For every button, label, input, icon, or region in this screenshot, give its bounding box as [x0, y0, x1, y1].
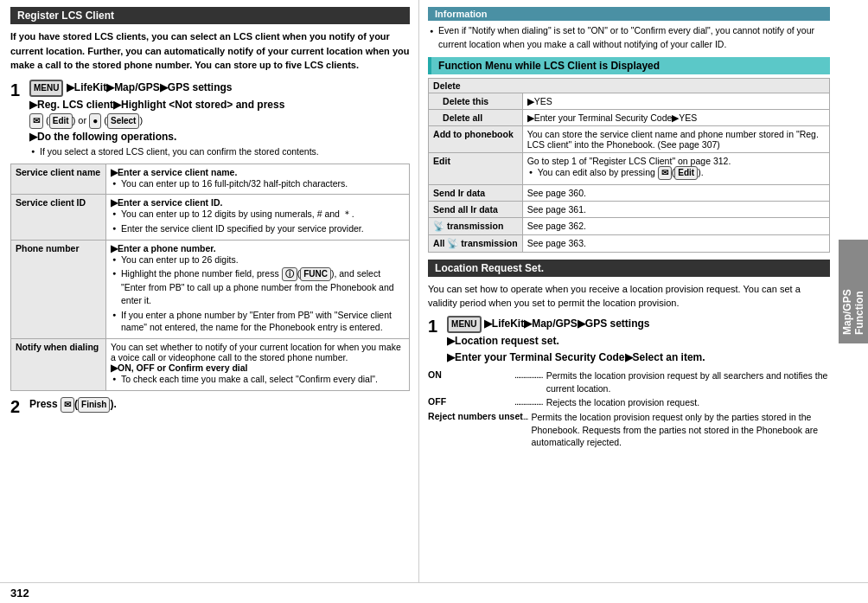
- send-all-ir-row: Send all Ir data See page 361.: [429, 201, 830, 217]
- add-phonebook-row: Add to phonebook You can store the servi…: [429, 125, 830, 152]
- intro-text: If you have stored LCS clients, you can …: [10, 29, 410, 73]
- delete-header-row: Delete: [429, 78, 830, 93]
- phone-number-value: ▶Enter a phone number. You can enter up …: [106, 240, 410, 338]
- information-title: Information: [435, 9, 488, 19]
- edit-btn: Edit: [674, 166, 698, 180]
- select-button: Select: [107, 113, 139, 129]
- step-2-row: 2 Press ✉(Finish).: [10, 396, 410, 417]
- table-row-phone-number: Phone number ▶Enter a phone number. You …: [11, 240, 410, 338]
- add-phonebook-label: Add to phonebook: [429, 125, 523, 152]
- notify-value: You can set whether to notify of your cu…: [106, 339, 410, 391]
- step-2-number: 2: [10, 396, 24, 417]
- func-button: ⓘ: [282, 267, 297, 281]
- location-step-1-number: 1: [428, 316, 442, 337]
- right-col-inner: Information Even if "Notify when dialing…: [428, 7, 830, 449]
- step-1-content: MENU ▶LifeKit▶Map/GPS▶GPS settings ▶Reg.…: [29, 80, 410, 160]
- send-all-ir-label: Send all Ir data: [429, 201, 523, 217]
- reject-numbers-row: Reject numbers unset ... Permits the loc…: [428, 411, 830, 449]
- service-id-value: ▶Enter a service client ID. You can ente…: [106, 195, 410, 240]
- step-1-number: 1: [10, 80, 24, 100]
- send-ir-value: See page 360.: [522, 184, 829, 201]
- edit-row: Edit Go to step 1 of "Register LCS Clien…: [429, 152, 830, 184]
- finish-button: Finish: [78, 397, 110, 413]
- all-transmission-row: All 📡 transmission See page 363.: [429, 234, 830, 252]
- mail-icon-2: ✉: [61, 397, 74, 413]
- menu-icon: MENU: [29, 80, 63, 97]
- register-lcs-header: Register LCS Client: [10, 7, 410, 24]
- location-section: Location Request Set. You can set how to…: [428, 260, 830, 450]
- function-menu-header: Function Menu while LCS Client is Displa…: [428, 57, 830, 74]
- left-column: Register LCS Client If you have stored L…: [0, 0, 419, 582]
- sidebar-label: Map/GPS Function: [839, 240, 868, 343]
- add-phonebook-value: You can store the service client name an…: [522, 125, 829, 152]
- send-ir-label: Send Ir data: [429, 184, 523, 201]
- delete-this-row: Delete this ▶YES: [429, 93, 830, 109]
- edit-value: Go to step 1 of "Register LCS Client" on…: [522, 152, 829, 184]
- notify-label: Notify when dialing: [11, 339, 106, 391]
- delete-header-cell: Delete: [429, 78, 830, 93]
- circle-button: ●: [89, 113, 101, 129]
- table-row-service-name: Service client name ▶Enter a service cli…: [11, 164, 410, 195]
- phone-number-label: Phone number: [11, 240, 106, 338]
- delete-this-label: Delete this: [429, 93, 523, 109]
- off-row: OFF ................. Rejects the locati…: [428, 396, 830, 409]
- page-number: 312: [10, 587, 29, 600]
- all-transmission-label: All 📡 transmission: [429, 234, 523, 252]
- mail-icon: ✉: [29, 113, 43, 129]
- all-transmission-value: See page 363.: [522, 234, 829, 252]
- info-bullet-text: Even if "Notify when dialing" is set to …: [428, 24, 830, 52]
- delete-all-label: Delete all: [429, 109, 523, 125]
- step1-bullet: If you select a stored LCS client, you c…: [29, 145, 410, 158]
- edit-label: Edit: [429, 152, 523, 184]
- send-ir-row: Send Ir data See page 360.: [429, 184, 830, 201]
- transmission-row: 📡 transmission See page 362.: [429, 217, 830, 234]
- location-title: Location Request Set.: [435, 262, 544, 274]
- mail-icon-3: ✉: [658, 166, 672, 180]
- service-id-label: Service client ID: [11, 195, 106, 240]
- location-body: You can set how to operate when you rece…: [428, 282, 830, 311]
- function-menu-table: Delete Delete this ▶YES Delete all ▶Ente…: [428, 78, 830, 253]
- step-2-content: Press ✉(Finish).: [29, 396, 410, 413]
- transmission-label: 📡 transmission: [429, 217, 523, 234]
- register-lcs-title: Register LCS Client: [17, 10, 114, 22]
- delete-all-value: ▶Enter your Terminal Security Code▶YES: [522, 109, 829, 125]
- location-step-1-content: MENU ▶LifeKit▶Map/GPS▶GPS settings ▶Loca…: [447, 316, 830, 366]
- location-header: Location Request Set.: [428, 260, 830, 277]
- delete-all-row: Delete all ▶Enter your Terminal Security…: [429, 109, 830, 125]
- on-row: ON ................. Permits the locatio…: [428, 369, 830, 395]
- send-all-ir-value: See page 361.: [522, 201, 829, 217]
- right-column: Information Even if "Notify when dialing…: [419, 0, 839, 582]
- function-menu-title: Function Menu while LCS Client is Displa…: [438, 60, 660, 72]
- step-1-row: 1 MENU ▶LifeKit▶Map/GPS▶GPS settings ▶Re…: [10, 80, 410, 160]
- page-footer: 312: [0, 582, 868, 603]
- information-header: Information: [428, 7, 830, 21]
- on-off-table: ON ................. Permits the locatio…: [428, 369, 830, 449]
- table-row-service-id: Service client ID ▶Enter a service clien…: [11, 195, 410, 240]
- table-row-notify: Notify when dialing You can set whether …: [11, 339, 410, 391]
- service-name-value: ▶Enter a service client name. You can en…: [106, 164, 410, 195]
- service-name-label: Service client name: [11, 164, 106, 195]
- delete-this-value: ▶YES: [522, 93, 829, 109]
- menu-icon-2: MENU: [447, 316, 481, 333]
- transmission-value: See page 362.: [522, 217, 829, 234]
- edit-button: Edit: [49, 113, 73, 129]
- location-step-1-row: 1 MENU ▶LifeKit▶Map/GPS▶GPS settings ▶Lo…: [428, 316, 830, 366]
- lcs-info-table: Service client name ▶Enter a service cli…: [10, 164, 410, 391]
